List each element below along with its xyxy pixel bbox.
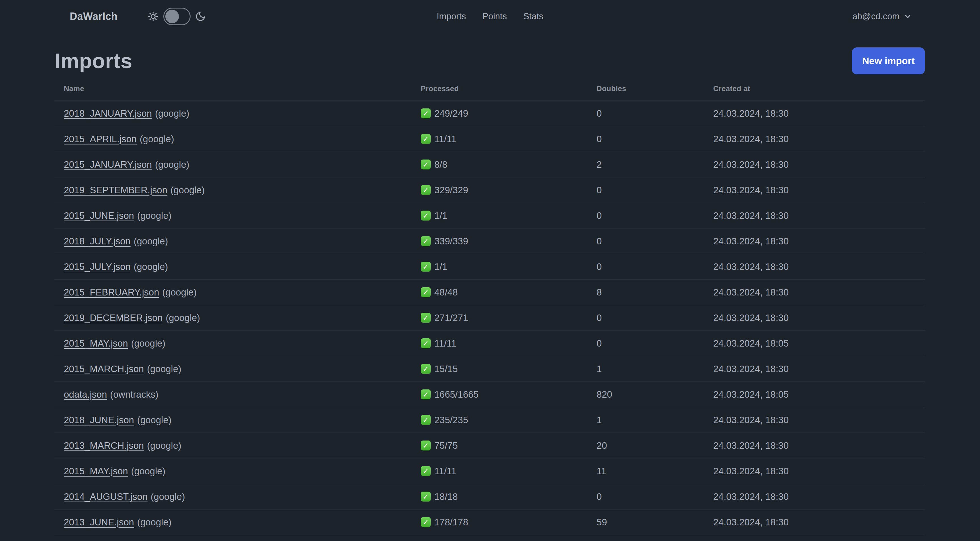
chevron-down-icon — [904, 12, 912, 21]
success-check-icon: ✓ — [421, 160, 431, 169]
import-file-link[interactable]: odata.json — [64, 389, 107, 400]
import-doubles-cell: 0 — [587, 331, 704, 356]
user-menu-button[interactable]: ab@cd.com — [853, 11, 912, 22]
success-check-icon: ✓ — [421, 236, 431, 246]
created-at: 24.03.2024, 18:30 — [713, 134, 789, 144]
import-source: (google) — [147, 440, 181, 451]
success-check-icon: ✓ — [421, 313, 431, 323]
import-name-cell: 2015_MAY.json(google) — [54, 331, 412, 356]
import-doubles-cell: 20 — [587, 433, 704, 458]
import-doubles-cell: 2 — [587, 152, 704, 177]
import-name-cell: 2013_JUNE.json(google) — [54, 509, 412, 535]
nav-link-imports[interactable]: Imports — [437, 11, 466, 22]
doubles-count: 2 — [597, 159, 602, 170]
import-processed-cell: ✓ 48/48 — [412, 279, 587, 305]
created-at: 24.03.2024, 18:30 — [713, 262, 789, 272]
column-header-doubles: Doubles — [587, 81, 704, 101]
import-source: (google) — [137, 517, 172, 527]
success-check-icon: ✓ — [421, 389, 431, 399]
success-check-icon: ✓ — [421, 364, 431, 374]
import-processed-cell: ✓ 339/339 — [412, 228, 587, 254]
import-file-link[interactable]: 2015_MARCH.json — [64, 364, 144, 374]
doubles-count: 0 — [597, 185, 602, 195]
created-at: 24.03.2024, 18:30 — [713, 210, 789, 221]
created-at: 24.03.2024, 18:30 — [713, 108, 789, 119]
import-file-link[interactable]: 2018_JANUARY.json — [64, 108, 152, 119]
nav-link-stats[interactable]: Stats — [523, 11, 543, 22]
sun-icon — [148, 11, 159, 22]
import-file-link[interactable]: 2018_JUNE.json — [64, 415, 134, 425]
import-doubles-cell — [587, 535, 704, 541]
table-row: 2015_MAY.json(google) ✓ 11/11 0 24.03.20… — [54, 331, 925, 356]
processed-count: 75/75 — [434, 440, 458, 451]
import-file-link[interactable]: 2014_AUGUST.json — [64, 492, 148, 502]
imports-table: Name Processed Doubles Created at 2018_J… — [54, 81, 925, 541]
import-processed-cell: ✓ 249/249 — [412, 101, 587, 126]
import-name-cell: 2018_JANUARY.json(google) — [54, 101, 412, 126]
created-at: 24.03.2024, 18:30 — [713, 364, 789, 374]
import-doubles-cell: 0 — [587, 203, 704, 228]
import-source: (google) — [162, 287, 197, 297]
main-nav: Imports Points Stats — [437, 0, 543, 33]
import-created-cell: 24.03.2024, 18:30 — [704, 509, 925, 535]
import-source: (google) — [134, 262, 168, 272]
theme-toggle[interactable] — [163, 8, 191, 25]
import-source: (google) — [137, 415, 172, 425]
import-processed-cell: ✓ 8/8 — [412, 152, 587, 177]
import-doubles-cell: 0 — [587, 228, 704, 254]
import-created-cell: 24.03.2024, 18:30 — [704, 254, 925, 279]
import-file-link[interactable]: 2013_JUNE.json — [64, 517, 134, 527]
import-name-cell: 2013_MARCH.json(google) — [54, 433, 412, 458]
page-title: Imports — [54, 49, 132, 73]
table-row: 2015_MAY.json(google) ✓ 11/11 11 24.03.2… — [54, 458, 925, 484]
success-check-icon: ✓ — [421, 415, 431, 425]
success-check-icon: ✓ — [421, 134, 431, 144]
table-row: 2013_JUNE.json(google) ✓ 178/178 59 24.0… — [54, 509, 925, 535]
import-file-link[interactable]: 2015_MAY.json — [64, 466, 128, 476]
created-at: 24.03.2024, 18:05 — [713, 389, 789, 400]
import-name-cell: 2014_AUGUST.json(google) — [54, 484, 412, 509]
table-row: 2018_JANUARY.json(google) ✓ 249/249 0 24… — [54, 101, 925, 126]
app-logo[interactable]: DaWarIch — [70, 11, 118, 22]
column-header-processed: Processed — [412, 81, 587, 101]
import-created-cell: 24.03.2024, 18:05 — [704, 331, 925, 356]
new-import-button[interactable]: New import — [852, 48, 925, 74]
user-email: ab@cd.com — [853, 11, 899, 22]
import-created-cell: 24.03.2024, 18:30 — [704, 407, 925, 433]
doubles-count: 0 — [597, 492, 602, 502]
processed-count: 329/329 — [434, 185, 468, 196]
success-check-icon: ✓ — [421, 185, 431, 195]
import-file-link[interactable]: 2015_FEBRUARY.json — [64, 287, 159, 297]
success-check-icon: ✓ — [421, 287, 431, 297]
success-check-icon: ✓ — [421, 109, 431, 118]
table-row: 2018_JULY.json(google) ✓ 339/339 0 24.03… — [54, 228, 925, 254]
import-file-link[interactable]: 2015_JUNE.json — [64, 210, 134, 221]
created-at: 24.03.2024, 18:30 — [713, 466, 789, 476]
navbar: DaWarIch Imports Points Stats ab@cd.com — [0, 0, 980, 33]
nav-link-points[interactable]: Points — [482, 11, 507, 22]
import-file-link[interactable]: 2015_JULY.json — [64, 262, 130, 272]
import-doubles-cell: 0 — [587, 305, 704, 331]
table-row: 2018_JUNE.json(google) ✓ 235/235 1 24.03… — [54, 407, 925, 433]
doubles-count: 0 — [597, 236, 602, 246]
import-file-link[interactable]: 2015_JANUARY.json — [64, 159, 152, 170]
import-file-link[interactable]: 2018_JULY.json — [64, 236, 130, 246]
import-processed-cell: ✓ 178/178 — [412, 509, 587, 535]
import-file-link[interactable]: 2019_DECEMBER.json — [64, 313, 163, 323]
table-row: ✓ — [54, 535, 925, 541]
import-name-cell — [54, 535, 412, 541]
import-file-link[interactable]: 2015_APRIL.json — [64, 134, 137, 144]
processed-count: 249/249 — [434, 108, 468, 119]
import-created-cell: 24.03.2024, 18:30 — [704, 177, 925, 203]
import-doubles-cell: 0 — [587, 484, 704, 509]
import-source: (google) — [155, 108, 189, 119]
doubles-count: 1 — [597, 364, 602, 374]
doubles-count: 0 — [597, 313, 602, 323]
import-file-link[interactable]: 2019_SEPTEMBER.json — [64, 185, 167, 195]
import-created-cell: 24.03.2024, 18:05 — [704, 382, 925, 407]
import-file-link[interactable]: 2015_MAY.json — [64, 338, 128, 349]
processed-count: 178/178 — [434, 517, 468, 528]
import-file-link[interactable]: 2013_MARCH.json — [64, 440, 144, 451]
theme-toggle-group — [148, 8, 206, 25]
import-source: (google) — [131, 466, 165, 476]
